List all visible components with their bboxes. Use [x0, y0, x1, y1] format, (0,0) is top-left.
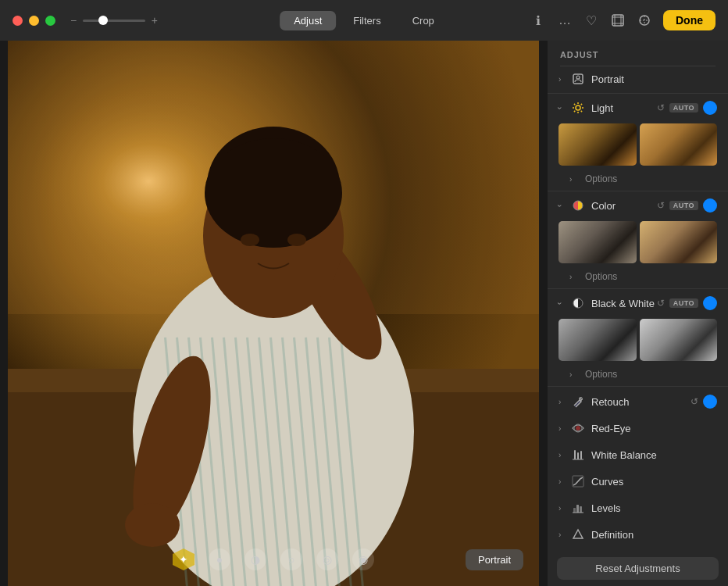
bw-auto-badge[interactable]: AUTO: [669, 298, 698, 308]
color-thumb-1[interactable]: [558, 221, 637, 263]
curves-item[interactable]: Curves: [548, 468, 728, 495]
bw-toggle[interactable]: [703, 296, 717, 310]
color-auto-badge[interactable]: AUTO: [669, 201, 698, 210]
definition-icon: [571, 527, 585, 541]
portrait-row[interactable]: Portrait: [548, 66, 728, 91]
more-icon[interactable]: …: [557, 13, 573, 28]
close-button[interactable]: [12, 16, 23, 26]
svg-line-47: [581, 104, 582, 105]
light-thumb-2[interactable]: [640, 123, 718, 166]
minimize-button[interactable]: [29, 16, 39, 26]
color-row[interactable]: Color ↺ AUTO: [548, 193, 728, 218]
selectivecolor-item[interactable]: Selective Color: [548, 548, 728, 551]
light-options[interactable]: Options: [548, 172, 728, 189]
color-reset-icon[interactable]: ↺: [657, 200, 665, 211]
traffic-lights: [12, 16, 55, 26]
redeye-label: Red-Eye: [591, 423, 717, 434]
zoom-slider[interactable]: – +: [71, 14, 158, 27]
circle-icon-1[interactable]: ●: [209, 548, 230, 570]
circle-icon-4[interactable]: ◎: [316, 548, 338, 570]
svg-rect-57: [580, 451, 582, 459]
curves-chevron: [558, 477, 566, 486]
bw-item: Black & White ↺ AUTO Options: [548, 291, 728, 384]
redeye-item[interactable]: Red-Eye: [548, 415, 728, 441]
portrait-badge[interactable]: Portrait: [466, 549, 523, 570]
bw-options-label: Options: [585, 369, 617, 380]
definition-label: Definition: [591, 529, 717, 541]
svg-rect-62: [580, 506, 582, 513]
circle-icon-3[interactable]: ○: [280, 548, 302, 570]
reset-adjustments-button[interactable]: Reset Adjustments: [557, 557, 719, 580]
sep-2: [548, 191, 728, 191]
right-panel: ADJUST Portrait: [547, 41, 728, 586]
bw-thumb-2[interactable]: [640, 319, 718, 361]
light-row[interactable]: Light ↺ AUTO: [548, 95, 728, 120]
slider-thumb[interactable]: [98, 16, 108, 25]
svg-point-53: [576, 426, 580, 431]
whitebalance-item[interactable]: White Balance: [548, 441, 728, 468]
svg-line-45: [574, 104, 575, 105]
circle-icon-5[interactable]: ◉: [352, 548, 374, 570]
definition-item[interactable]: Definition: [548, 521, 728, 548]
circle-icon-2[interactable]: ◑: [244, 548, 266, 570]
svg-point-34: [241, 234, 259, 246]
color-label: Color: [591, 200, 657, 212]
light-toggle[interactable]: [703, 101, 717, 115]
whitebalance-chevron: [558, 451, 566, 459]
light-thumb-1[interactable]: [558, 123, 637, 166]
tab-filters[interactable]: Filters: [339, 11, 394, 30]
heart-icon[interactable]: ♡: [583, 13, 599, 28]
done-button[interactable]: Done: [663, 10, 716, 30]
retouch-toggle[interactable]: [703, 395, 717, 409]
svg-rect-60: [573, 508, 576, 513]
retouch-item[interactable]: Retouch ↺: [548, 388, 728, 415]
levels-icon: [571, 501, 585, 515]
hex-icon[interactable]: ✦: [173, 548, 194, 570]
bw-thumb-1[interactable]: [558, 319, 637, 361]
color-toggle[interactable]: [703, 198, 717, 213]
light-icon: [571, 101, 585, 115]
bottom-toolbar: ✦ ● ◑ ○ ◎ ◉: [173, 548, 374, 570]
magic-icon[interactable]: [637, 13, 652, 28]
color-thumb-2[interactable]: [640, 221, 718, 263]
crop-icon[interactable]: [610, 13, 626, 28]
panel-title: ADJUST: [548, 41, 728, 66]
tab-crop[interactable]: Crop: [398, 11, 448, 30]
bw-controls: ↺ AUTO: [657, 296, 717, 310]
svg-rect-55: [574, 450, 576, 459]
bw-row[interactable]: Black & White ↺ AUTO: [548, 291, 728, 316]
light-auto-badge[interactable]: AUTO: [669, 103, 698, 113]
svg-point-40: [576, 105, 580, 110]
retouch-controls: ↺: [691, 395, 717, 409]
retouch-label: Retouch: [591, 396, 691, 408]
light-reset-icon[interactable]: ↺: [657, 102, 665, 113]
bw-options[interactable]: Options: [548, 367, 728, 384]
sep-4: [548, 386, 728, 387]
svg-point-39: [576, 76, 580, 79]
portrait-item: Portrait: [548, 66, 728, 91]
bw-reset-icon[interactable]: ↺: [657, 298, 665, 309]
info-icon[interactable]: ℹ: [530, 13, 546, 28]
color-item: Color ↺ AUTO Options: [548, 193, 728, 287]
svg-point-35: [287, 234, 306, 246]
tab-adjust[interactable]: Adjust: [280, 11, 336, 30]
zoom-minus-icon: –: [71, 15, 77, 26]
svg-rect-0: [612, 15, 623, 26]
photo-image: [8, 41, 539, 586]
slider-track[interactable]: [83, 20, 145, 22]
fullscreen-button[interactable]: [45, 16, 55, 26]
color-chevron: [558, 202, 566, 210]
whitebalance-icon: [571, 448, 585, 462]
svg-point-33: [205, 138, 342, 248]
definition-chevron: [558, 531, 566, 539]
sep-3: [548, 288, 728, 289]
color-thumbnails: [548, 218, 728, 270]
levels-item[interactable]: Levels: [548, 495, 728, 521]
color-options-chevron: [569, 273, 577, 281]
tab-bar: Adjust Filters Crop: [280, 11, 448, 30]
bw-options-chevron: [569, 370, 577, 379]
color-options[interactable]: Options: [548, 270, 728, 287]
light-controls: ↺ AUTO: [657, 101, 717, 115]
redeye-icon: [571, 421, 585, 435]
retouch-reset-icon[interactable]: ↺: [691, 396, 698, 407]
